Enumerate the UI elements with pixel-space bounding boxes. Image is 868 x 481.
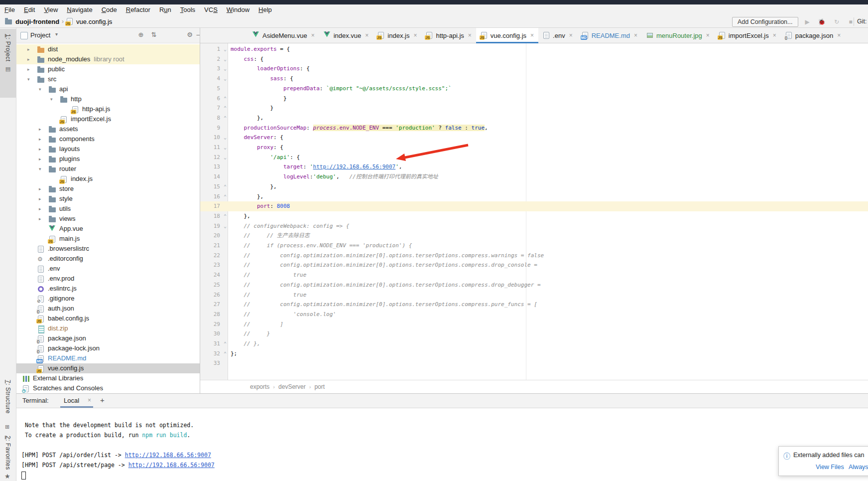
chevron-down-icon[interactable]: ▾ (50, 96, 56, 103)
menu-item-file[interactable]: File (0, 4, 19, 15)
tab-index.vue[interactable]: index.vue× (319, 28, 373, 43)
tab-README.md[interactable]: MDREADME.md× (577, 28, 642, 43)
chevron-right-icon[interactable]: ▸ (39, 195, 45, 202)
project-panel-title[interactable]: Project (30, 31, 50, 39)
chevron-right-icon[interactable]: ▸ (27, 56, 33, 63)
breadcrumb-exports[interactable]: exports (250, 383, 269, 390)
tree-item-src[interactable]: ▾src (16, 74, 200, 84)
tree-item-.gitignore[interactable]: ⊘.gitignore (16, 294, 200, 304)
tab-menuRouter.jpg[interactable]: menuRouter.jpg× (642, 28, 714, 43)
code-line-4[interactable]: 4⌄ sass: { (200, 74, 868, 84)
menu-item-window[interactable]: Window (222, 4, 254, 15)
tree-item-style[interactable]: ▸style (16, 194, 200, 204)
run-icon[interactable]: ▶ (803, 18, 812, 26)
chevron-right-icon[interactable]: ▸ (39, 215, 45, 222)
tree-item-node_modules[interactable]: ▸node_moduleslibrary root (16, 54, 200, 64)
settings-gear-icon[interactable]: ⚙ (185, 31, 195, 38)
tree-item-main.js[interactable]: JSmain.js (16, 234, 200, 244)
tool-window-button-structure[interactable]: 7: Structure (0, 380, 16, 425)
breadcrumb-port[interactable]: port (314, 383, 325, 390)
terminal-link[interactable]: http://192.168.66.56:9007 (128, 462, 215, 469)
tool-window-button-project[interactable]: 1: Project ▤ (0, 29, 16, 98)
code-line-28[interactable]: 28 // 'console.log' (200, 310, 868, 320)
view-files-link[interactable]: View Files (816, 464, 844, 471)
tree-item-assets[interactable]: ▸assets (16, 124, 200, 134)
tree-item-Scratches and Consoles[interactable]: ◷Scratches and Consoles (16, 383, 200, 393)
code-line-29[interactable]: 29 // ] (200, 320, 868, 329)
tree-item-public[interactable]: ▸public (16, 64, 200, 74)
fold-open-icon[interactable]: ⌄ (222, 221, 228, 231)
code-line-27[interactable]: 27 // config.optimization.minimizer[0].o… (200, 300, 868, 310)
tree-item-package-lock.json[interactable]: {}package-lock.json (16, 343, 200, 353)
git-label[interactable]: Git: (857, 18, 867, 25)
close-icon[interactable]: × (773, 32, 776, 39)
fold-open-icon[interactable]: ⌄ (222, 64, 228, 74)
tree-item-.env[interactable]: .env (16, 264, 200, 274)
tree-item-plugins[interactable]: ▸plugins (16, 154, 200, 164)
tree-item-package.json[interactable]: {}package.json (16, 333, 200, 343)
fold-close-icon[interactable]: ⌃ (222, 349, 228, 359)
fold-close-icon[interactable]: ⌃ (222, 192, 228, 202)
breadcrumb-project[interactable]: duoji-frontend (15, 18, 59, 25)
chevron-down-icon[interactable]: ▾ (55, 31, 58, 37)
tree-item-vue.config.js[interactable]: JSvue.config.js (16, 363, 200, 373)
chevron-right-icon[interactable]: ▸ (39, 146, 45, 153)
fold-open-icon[interactable]: ⌄ (222, 54, 228, 64)
add-configuration-button[interactable]: Add Configuration... (732, 17, 798, 27)
menu-item-view[interactable]: View (39, 4, 62, 15)
tree-item-views[interactable]: ▸views (16, 214, 200, 224)
tree-item-importExcel.js[interactable]: JSimportExcel.js (16, 114, 200, 124)
debug-bug-icon[interactable]: 🐞 (817, 18, 826, 26)
code-line-3[interactable]: 3⌄ loaderOptions: { (200, 64, 868, 74)
tool-window-button-favorites[interactable]: 2: Favorites (0, 436, 16, 475)
menu-item-edit[interactable]: Edit (19, 4, 39, 15)
code-line-8[interactable]: 8⌃ }, (200, 113, 868, 123)
tree-item-auth.json[interactable]: {}auth.json (16, 304, 200, 314)
terminal-tab-local[interactable]: Local (64, 397, 79, 404)
breadcrumb-file[interactable]: vue.config.js (76, 18, 112, 25)
fold-close-icon[interactable]: ⌃ (222, 182, 228, 192)
tree-item-App.vue[interactable]: App.vue (16, 224, 200, 234)
tree-item-store[interactable]: ▸store (16, 184, 200, 194)
code-line-12[interactable]: 12⌄ '/api': { (200, 153, 868, 162)
code-line-21[interactable]: 21 // if (process.env.NODE_ENV === 'prod… (200, 241, 868, 251)
menu-item-code[interactable]: Code (97, 4, 122, 15)
chevron-right-icon[interactable]: ▸ (39, 185, 45, 192)
chevron-right-icon[interactable]: ▸ (27, 66, 33, 73)
menu-item-run[interactable]: Run (155, 4, 176, 15)
tab-importExcel.js[interactable]: JSimportExcel.js× (714, 28, 781, 43)
code-line-13[interactable]: 13 target: 'http://192.168.66.56:9007', (200, 162, 868, 172)
code-line-16[interactable]: 16⌃ }, (200, 192, 868, 202)
tree-item-api[interactable]: ▾api (16, 84, 200, 94)
close-icon[interactable]: × (413, 32, 417, 39)
terminal-link[interactable]: http://192.168.66.56:9007 (125, 452, 211, 459)
tree-item-router[interactable]: ▾router (16, 164, 200, 174)
menu-item-refactor[interactable]: Refactor (122, 4, 155, 15)
close-icon[interactable]: × (311, 32, 315, 39)
tree-item-layouts[interactable]: ▸layouts (16, 144, 200, 154)
chevron-right-icon[interactable]: ▸ (27, 46, 33, 53)
code-editor[interactable]: 1⌄module.exports = {2⌄ css: {3⌄ loaderOp… (200, 43, 868, 380)
menu-item-vcs[interactable]: VCS (200, 4, 222, 15)
menu-item-help[interactable]: Help (254, 4, 276, 15)
close-icon[interactable]: × (530, 32, 534, 39)
tree-item-http-api.js[interactable]: JShttp-api.js (16, 104, 200, 114)
fold-open-icon[interactable]: ⌄ (222, 153, 228, 162)
code-line-31[interactable]: 31⌃ // }, (200, 339, 868, 349)
close-icon[interactable]: × (365, 32, 369, 39)
tree-item-babel.config.js[interactable]: JSbabel.config.js (16, 314, 200, 323)
tab-vue.config.js[interactable]: JSvue.config.js× (476, 28, 538, 43)
code-line-22[interactable]: 22 // config.optimization.minimizer[0].o… (200, 251, 868, 261)
code-line-26[interactable]: 26 // true (200, 290, 868, 300)
tab-index.js[interactable]: JSindex.js× (373, 28, 421, 43)
code-line-20[interactable]: 20 // // 生产去除日志 (200, 231, 868, 241)
tree-item-dist[interactable]: ▸dist (16, 44, 200, 54)
fold-open-icon[interactable]: ⌄ (222, 44, 228, 54)
tree-item-.browserslistrc[interactable]: .browserslistrc (16, 244, 200, 254)
code-line-5[interactable]: 5 prependData: `@import "~@/assets/scss/… (200, 84, 868, 94)
fold-open-icon[interactable]: ⌄ (222, 74, 228, 84)
close-icon[interactable]: × (634, 32, 637, 39)
code-line-17[interactable]: 17 port: 8008 (200, 201, 868, 211)
code-line-2[interactable]: 2⌄ css: { (200, 54, 868, 64)
menu-item-navigate[interactable]: Navigate (62, 4, 97, 15)
